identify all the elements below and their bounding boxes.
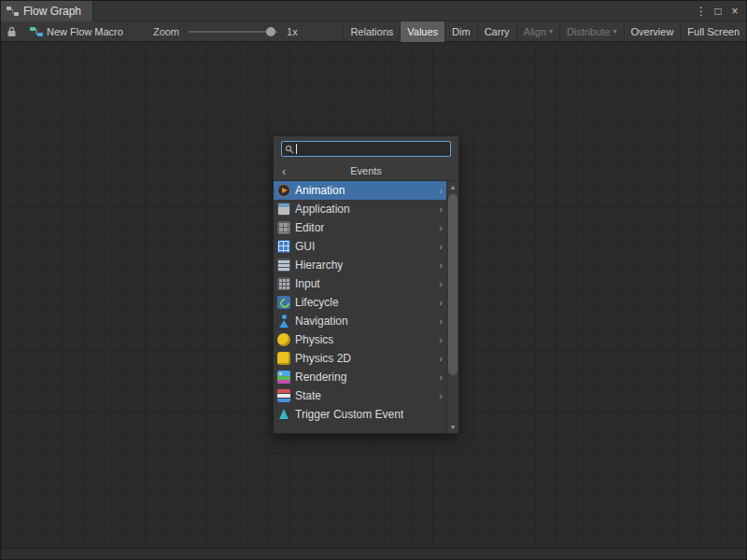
- maximize-icon[interactable]: □: [711, 3, 726, 20]
- physics-2d-icon: [277, 352, 290, 365]
- rendering-icon: [277, 371, 290, 384]
- search-icon: [285, 145, 294, 154]
- chevron-right-icon: ›: [439, 315, 444, 327]
- chevron-right-icon: ›: [439, 371, 444, 383]
- chevron-right-icon: ›: [439, 222, 444, 233]
- lifecycle-icon: [277, 296, 290, 309]
- title-bar: Flow Graph ⋮ □ ×: [1, 1, 746, 21]
- chevron-down-icon: ▾: [613, 28, 617, 35]
- tab-title: Flow Graph: [23, 5, 81, 18]
- menu-icon[interactable]: ⋮: [694, 3, 709, 20]
- scroll-up-icon[interactable]: ▲: [447, 181, 458, 193]
- close-icon[interactable]: ×: [727, 3, 742, 20]
- physics-icon: [277, 333, 290, 346]
- list-item-rendering[interactable]: Rendering ›: [274, 368, 446, 386]
- graph-canvas[interactable]: ‹ Events Animation › Application ›: [1, 42, 746, 548]
- lock-button[interactable]: [1, 26, 22, 37]
- chevron-right-icon: ›: [439, 241, 444, 252]
- animation-icon: [277, 184, 290, 197]
- navigation-icon: [277, 315, 290, 328]
- toolbar-button-group: Relations Values Dim Carry Align▾ Distri…: [343, 21, 746, 42]
- search-box: [281, 141, 451, 157]
- dim-button[interactable]: Dim: [444, 21, 477, 42]
- list-item-trigger-custom-event[interactable]: Trigger Custom Event: [274, 405, 446, 424]
- scrollbar-thumb[interactable]: [448, 194, 458, 375]
- state-icon: [277, 389, 290, 402]
- flow-graph-window: Flow Graph ⋮ □ × New Flow Macro Zoom 1x …: [0, 0, 747, 560]
- list-item-editor[interactable]: Editor ›: [274, 218, 446, 237]
- overview-button[interactable]: Overview: [624, 21, 681, 42]
- tab-flow-graph[interactable]: Flow Graph: [1, 1, 93, 21]
- fullscreen-button[interactable]: Full Screen: [680, 21, 746, 42]
- zoom-value: 1x: [287, 26, 298, 37]
- editor-icon: [277, 221, 290, 234]
- category-title: Events: [350, 165, 382, 176]
- zoom-slider-handle[interactable]: [266, 27, 275, 36]
- chevron-right-icon: ›: [439, 390, 444, 401]
- chevron-down-icon: ▾: [549, 28, 553, 35]
- finder-header: ‹ Events: [274, 161, 458, 181]
- hierarchy-icon: [277, 259, 290, 272]
- relations-button[interactable]: Relations: [343, 21, 400, 42]
- chevron-right-icon: ›: [439, 185, 444, 196]
- scrollbar[interactable]: ▲ ▼: [446, 181, 458, 433]
- align-button[interactable]: Align▾: [516, 21, 559, 42]
- text-caret: [296, 144, 297, 154]
- search-row: [274, 136, 458, 161]
- scroll-down-icon[interactable]: ▼: [447, 421, 458, 433]
- flow-macro-icon: [30, 26, 43, 37]
- chevron-right-icon: ›: [439, 203, 444, 215]
- list-item-state[interactable]: State ›: [274, 386, 446, 405]
- values-button[interactable]: Values: [400, 21, 444, 42]
- list-item-hierarchy[interactable]: Hierarchy ›: [274, 256, 446, 274]
- application-icon: [277, 203, 290, 216]
- zoom-slider[interactable]: [189, 31, 277, 33]
- chevron-right-icon: ›: [439, 278, 444, 289]
- list-item-application[interactable]: Application ›: [274, 200, 446, 218]
- zoom-label: Zoom: [153, 26, 179, 37]
- window-controls: ⋮ □ ×: [694, 3, 746, 20]
- list-item-physics-2d[interactable]: Physics 2D ›: [274, 349, 446, 368]
- input-icon: [277, 277, 290, 290]
- macro-name: New Flow Macro: [47, 26, 123, 37]
- fuzzy-finder-popup: ‹ Events Animation › Application ›: [273, 135, 459, 434]
- toolbar: New Flow Macro Zoom 1x Relations Values …: [1, 21, 746, 42]
- gui-icon: [277, 240, 290, 253]
- list-item-lifecycle[interactable]: Lifecycle ›: [274, 293, 446, 312]
- distribute-button[interactable]: Distribute▾: [559, 21, 623, 42]
- custom-event-icon: [277, 408, 290, 421]
- chevron-right-icon: ›: [439, 297, 444, 308]
- list-item-gui[interactable]: GUI ›: [274, 237, 446, 256]
- finder-list-area: Animation › Application › Editor ›: [274, 181, 458, 433]
- chevron-right-icon: ›: [439, 334, 444, 345]
- finder-rows: Animation › Application › Editor ›: [274, 181, 446, 433]
- list-item-animation[interactable]: Animation ›: [274, 181, 446, 200]
- back-chevron-icon[interactable]: ‹: [282, 161, 286, 181]
- search-input[interactable]: [299, 144, 447, 155]
- list-item-input[interactable]: Input ›: [274, 274, 446, 293]
- lock-icon: [7, 26, 17, 37]
- list-item-physics[interactable]: Physics ›: [274, 330, 446, 349]
- macro-button[interactable]: New Flow Macro: [22, 26, 131, 37]
- chevron-right-icon: ›: [439, 353, 444, 364]
- list-item-navigation[interactable]: Navigation ›: [274, 312, 446, 330]
- carry-button[interactable]: Carry: [477, 21, 516, 42]
- chevron-right-icon: ›: [439, 259, 444, 271]
- status-bar: [1, 548, 746, 559]
- flow-graph-icon: [7, 6, 19, 17]
